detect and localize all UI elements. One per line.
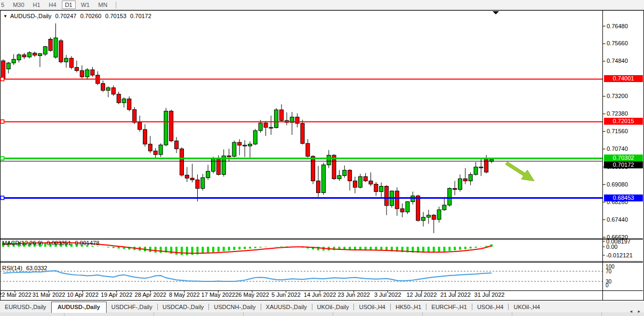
strip-divider — [601, 312, 602, 316]
price-badge-0.70172: 0.70172 — [604, 161, 643, 168]
rsi-value: 63.0332 — [26, 265, 47, 271]
symbol-tab-eurchf-h1[interactable]: EURCHF-,H1 — [426, 302, 472, 312]
strip-divider — [154, 312, 154, 316]
symbol-tab-usoil-h4[interactable]: USOil-,H4 — [472, 302, 509, 312]
tab-scroll-right-button[interactable]: ▸ — [638, 309, 642, 314]
symbol-tab-usdcad-daily[interactable]: USDCAD-,Daily — [158, 302, 209, 312]
symbol-tabbar: EURUSD-,DailyAUDUSD-,DailyUSDCHF-,DailyU… — [0, 301, 644, 312]
high-value: 0.70260 — [80, 13, 101, 19]
dropdown-triangle-icon[interactable]: ▼ — [3, 14, 7, 19]
timeframe-toolbar: 5M30H1H4D1W1MN — [0, 0, 644, 10]
macd-name: MACD(12,26,9) — [2, 240, 43, 246]
rsi-label: RSI(14) 63.0332 — [2, 265, 50, 271]
symbol-tab-audusd-daily[interactable]: AUDUSD-,Daily — [51, 302, 107, 313]
close-value: 0.70172 — [130, 13, 151, 19]
time-axis[interactable] — [0, 290, 602, 300]
symbol-label: AUDUSD-,Daily — [10, 13, 52, 19]
strip-divider — [422, 312, 423, 316]
timeframe-button-M30[interactable]: M30 — [10, 1, 27, 9]
macd-signal-value: 0.001478 — [75, 240, 99, 246]
toolbar-separator — [116, 2, 116, 9]
symbol-tab-eurusd-daily[interactable]: EURUSD-,Daily — [0, 302, 51, 312]
symbol-tab-usoil-h4[interactable]: USOil-,H4 — [354, 302, 390, 312]
symbol-tab-hk50-h1[interactable]: HK50-,H1 — [391, 302, 426, 312]
strip-divider — [243, 312, 244, 316]
timeframe-button-5[interactable]: 5 — [0, 1, 7, 9]
bottom-strip — [0, 312, 644, 316]
chart-title: ▼AUDUSD-,Daily 0.70247 0.70260 0.70153 0… — [3, 13, 154, 19]
low-value: 0.70153 — [105, 13, 126, 19]
strip-divider — [333, 312, 333, 316]
rsi-name: RSI(14) — [2, 265, 22, 271]
symbol-tab-usdcnh-daily[interactable]: USDCNH-,Daily — [209, 302, 260, 312]
price-badge-0.72015: 0.72015 — [604, 118, 643, 125]
open-value: 0.70247 — [55, 13, 77, 19]
macd-label: MACD(12,26,9) 0.003351 0.001478 — [2, 240, 101, 246]
timeframe-button-MN[interactable]: MN — [95, 1, 110, 9]
timeframe-button-W1[interactable]: W1 — [78, 1, 93, 9]
strip-divider — [512, 312, 512, 316]
chart-canvas[interactable] — [0, 11, 602, 238]
price-badge-0.74001: 0.74001 — [604, 75, 643, 82]
macd-main-value: 0.003351 — [46, 240, 71, 246]
trading-terminal: 5M30H1H4D1W1MN 0.764800.756600.748400.73… — [0, 0, 644, 316]
price-badge-0.70302: 0.70302 — [604, 155, 643, 161]
strip-divider — [64, 312, 65, 316]
symbol-tab-xauusd-daily[interactable]: XAUUSD-,Daily — [261, 302, 312, 312]
symbol-tab-ukoil-daily[interactable]: UKOil-,Daily — [312, 302, 354, 312]
price-axis[interactable] — [603, 11, 643, 290]
symbol-tab-ukoil-h4[interactable]: UKOil-,H4 — [509, 302, 545, 312]
tab-scroll-buttons: ◂ ▸ — [630, 309, 642, 314]
timeframe-button-D1[interactable]: D1 — [62, 1, 76, 9]
timeframe-button-H1[interactable]: H1 — [30, 1, 44, 9]
timeframe-button-H4[interactable]: H4 — [46, 1, 60, 9]
symbol-tab-usdchf-daily[interactable]: USDCHF-,Daily — [107, 302, 157, 312]
price-badge-0.68453: 0.68453 — [604, 195, 643, 201]
tab-scroll-left-button[interactable]: ◂ — [630, 309, 634, 314]
